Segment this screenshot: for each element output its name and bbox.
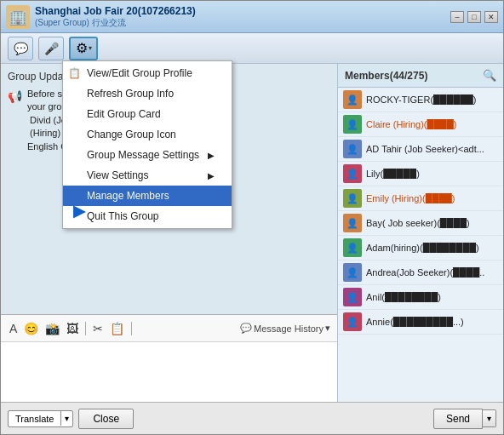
member-avatar: 👤 [343,189,362,208]
member-list-item[interactable]: 👤Claire (Hiring)(████) [338,112,503,137]
font-icon[interactable]: A [8,320,19,337]
screenshot-icon[interactable]: 📸 [43,320,61,337]
emoji-icon[interactable]: 😊 [22,320,40,337]
chat-input-area: A 😊 📸 🖼 ✂ 📋 💬 Message History ▾ [1,314,337,402]
member-avatar: 👤 [343,214,362,232]
member-list-item[interactable]: 👤Emily (Hiring)(████) [338,186,503,211]
message-history-icon: 💬 [240,323,252,334]
separator-2 [131,322,132,335]
speaker-icon: 📢 [8,89,22,103]
member-avatar: 👤 [343,238,362,257]
member-list-item[interactable]: 👤ROCKY-TIGER(██████) [338,88,503,112]
member-name: AD Tahir (Job Seeker)<adt... [366,144,484,154]
arrow-indicator: ▶ [73,202,85,220]
member-avatar: 👤 [343,90,362,109]
message-history-button[interactable]: 💬 Message History ▾ [240,323,330,334]
submenu-arrow-view: ▶ [208,171,215,180]
menu-item-change-group-icon[interactable]: Change Group Icon [63,124,232,145]
bottom-bar: Translate ▾ Close Send ▾ [1,402,503,434]
send-button-group: Send ▾ [433,409,496,429]
member-list-item[interactable]: 👤Annie(█████████...) [338,310,503,335]
member-name: Claire (Hiring)(████) [366,119,456,129]
member-list-item[interactable]: 👤Adam(hiring)(████████) [338,236,503,260]
translate-arrow-button[interactable]: ▾ [60,411,72,426]
menu-item-group-message-settings[interactable]: Group Message Settings ▶ [63,145,232,165]
member-avatar: 👤 [343,164,362,183]
title-text: Shanghai Job Fair 20(107266213) (Super G… [35,5,196,29]
menu-item-view-edit-profile[interactable]: 📋 View/Edit Group Profile [63,63,232,83]
member-name: Adam(hiring)(████████) [366,243,479,253]
maximize-button[interactable]: □ [467,11,481,23]
right-panel: Members(44/275) 🔍 👤ROCKY-TIGER(██████)👤C… [337,64,503,402]
member-avatar: 👤 [343,288,362,306]
member-name: Anil(████████) [366,292,441,302]
member-list-item[interactable]: 👤AD Tahir (Job Seeker)<adt... [338,137,503,162]
message-input[interactable] [1,342,337,402]
member-name: ROCKY-TIGER(██████) [366,94,476,105]
translate-button-group: Translate ▾ [8,410,73,427]
member-avatar: 👤 [343,312,362,331]
message-history-arrow: ▾ [325,323,330,334]
paste-icon[interactable]: 📋 [108,320,126,337]
members-title: Members(44/275) [345,70,427,82]
mic-icon: 🎤 [44,42,59,55]
member-list-item[interactable]: 👤Anil(████████) [338,285,503,310]
menu-item-quit-group[interactable]: Quit This Group [63,206,232,226]
member-avatar: 👤 [343,115,362,134]
member-name: Annie(█████████...) [366,317,464,327]
member-list-item[interactable]: 👤Lily(█████) [338,162,503,186]
close-button[interactable]: ✕ [484,11,498,23]
members-header: Members(44/275) 🔍 [338,64,503,88]
window-title: Shanghai Job Fair 20(107266213) [35,5,196,17]
image-icon[interactable]: 🖼 [65,320,80,337]
chat-icon: 💬 [14,42,28,55]
member-avatar: 👤 [343,140,362,158]
group-avatar: 🏢 [6,5,30,29]
member-name: Andrea(Job Seeker)(████.. [366,267,484,278]
chat-icon-button[interactable]: 💬 [8,37,33,60]
menu-item-refresh-group[interactable]: Refresh Group Info [63,83,232,104]
member-avatar: 👤 [343,263,362,282]
menu-item-icon-view: 📋 [68,67,81,79]
member-search-button[interactable]: 🔍 [483,69,496,82]
member-name: Bay( Job seeker)(████) [366,218,470,228]
scissors-icon[interactable]: ✂ [91,320,105,337]
close-button-bottom[interactable]: Close [78,409,134,429]
menu-item-view-settings[interactable]: View Settings ▶ [63,165,232,186]
member-name: Lily(█████) [366,169,420,179]
member-list-item[interactable]: 👤Andrea(Job Seeker)(████.. [338,260,503,285]
window-controls: – □ ✕ [450,11,498,23]
gear-icon: ⚙ [76,40,88,56]
member-name: Emily (Hiring)(████) [366,193,455,203]
member-list: 👤ROCKY-TIGER(██████)👤Claire (Hiring)(███… [338,88,503,402]
settings-gear-button[interactable]: ⚙ ▾ [69,37,98,60]
message-history-label: Message History [254,323,324,334]
input-toolbar: A 😊 📸 🖼 ✂ 📋 💬 Message History ▾ [1,315,337,342]
title-bar: 🏢 Shanghai Job Fair 20(107266213) (Super… [1,1,503,33]
main-window: 🏢 Shanghai Job Fair 20(107266213) (Super… [0,0,504,435]
separator-1 [85,322,86,335]
window-subtitle: (Super Group) 行业交流 [35,17,196,29]
menu-item-edit-group-card[interactable]: Edit Group Card [63,104,232,124]
mic-icon-button[interactable]: 🎤 [38,37,64,60]
send-button[interactable]: Send [433,409,483,429]
title-left: 🏢 Shanghai Job Fair 20(107266213) (Super… [6,5,196,29]
toolbar: 💬 🎤 ⚙ ▾ 📋 View/Edit Group Profile Refres… [1,33,503,64]
minimize-button[interactable]: – [450,11,464,23]
context-menu: 📋 View/Edit Group Profile Refresh Group … [62,60,232,229]
send-arrow-button[interactable]: ▾ [483,409,496,427]
menu-item-manage-members[interactable]: Manage Members [63,186,232,206]
submenu-arrow-settings: ▶ [208,151,215,160]
member-list-item[interactable]: 👤Bay( Job seeker)(████) [338,211,503,236]
gear-arrow-icon: ▾ [89,44,92,52]
translate-button[interactable]: Translate [9,411,60,426]
